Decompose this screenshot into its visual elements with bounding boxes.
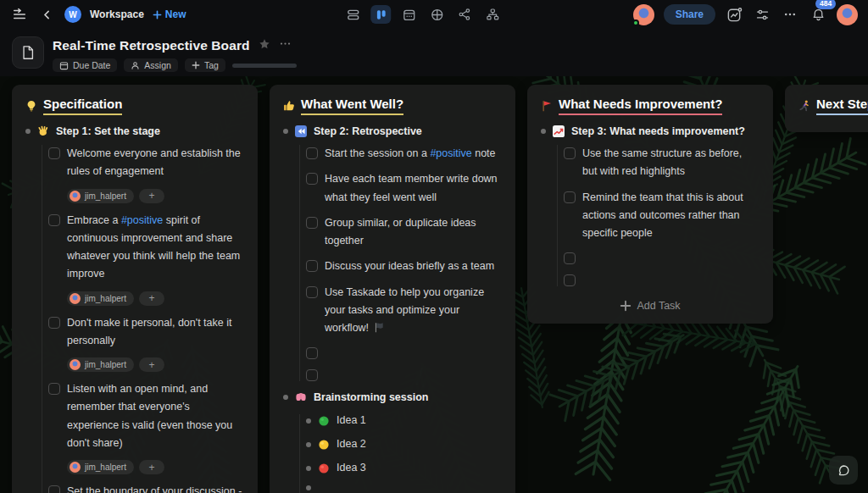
workspace-label[interactable]: Workspace [90,8,144,20]
add-assignee-button[interactable]: + [139,291,164,306]
column-title[interactable]: Specification [43,97,122,115]
task-checkbox[interactable] [306,347,318,359]
task-row: Have each team member write down what th… [306,170,502,207]
title-more-icon[interactable] [279,37,292,53]
notifications-bell-icon[interactable]: 484 [809,5,827,24]
bullet-text[interactable]: Idea 2 [337,438,366,451]
task-checkbox[interactable] [306,217,318,229]
group-header: Step 2: Retrospective [283,125,502,137]
quad-view-icon[interactable] [426,5,447,24]
red-circle-icon [318,463,330,474]
collaborator-avatar[interactable] [633,4,654,25]
task-text[interactable]: Start the session on a #positive note [325,145,496,163]
task-checkbox[interactable] [306,286,318,298]
task-text[interactable]: Listen with an open mind, and remember t… [67,380,244,452]
group-label[interactable]: Step 1: Set the stage [56,125,160,137]
task-checkbox[interactable] [306,369,318,381]
bullet-dot [283,129,288,134]
task-checkbox[interactable] [306,147,318,159]
task-row: Discuss your ideas briefly as a team [306,258,502,275]
bullet-text[interactable]: Idea 3 [337,462,366,474]
bullet-text[interactable]: Idea 1 [337,414,366,427]
activity-icon[interactable] [725,5,743,24]
navbar-right: Share 484 [633,4,858,25]
group-label[interactable]: Brainstorming session [314,391,428,403]
add-assignee-button[interactable]: + [139,189,164,203]
group-label[interactable]: Step 3: What needs improvement? [571,125,745,137]
board-view-icon[interactable] [370,5,391,24]
project-document-icon[interactable] [12,36,44,69]
bullet-item: Idea 3 [306,462,502,474]
chat-button[interactable] [829,456,858,485]
task-checkbox[interactable] [306,260,318,272]
user-avatar[interactable] [837,4,858,25]
assignee-avatar [70,462,81,473]
task-text[interactable]: Welcome everyone and establish the rules… [67,145,244,181]
more-ellipsis-icon[interactable] [781,5,799,24]
task-text[interactable]: Don't make it personal, don't take it pe… [67,314,244,351]
favorite-star-icon[interactable] [259,38,270,53]
assign-label: Assign [144,60,171,70]
runner-icon [798,100,810,112]
org-chart-icon[interactable] [482,5,503,24]
task-checkbox[interactable] [564,147,576,159]
assignee-chip[interactable]: jim_halpert [67,291,134,306]
task-text[interactable]: Group similar, or duplicate ideas togeth… [325,214,502,251]
task-row: Don't make it personal, don't take it pe… [48,314,244,351]
task-checkbox[interactable] [306,173,318,185]
assignee-chip[interactable]: jim_halpert [67,460,134,474]
list-view-icon[interactable] [342,5,363,24]
task-text[interactable]: Have each team member write down what th… [325,170,502,207]
add-assignee-button[interactable]: + [139,460,164,474]
assignee-name: jim_halpert [85,191,126,201]
group-label[interactable]: Step 2: Retrospective [314,125,422,137]
assignee-chip[interactable]: jim_halpert [67,357,134,372]
workspace-avatar[interactable]: W [64,6,81,23]
bullet-dot [306,485,311,490]
settings-sliders-icon[interactable] [753,5,771,24]
column-title[interactable]: What Needs Improvement? [559,97,722,115]
task-checkbox[interactable] [48,485,60,493]
back-chevron-icon[interactable] [37,5,56,24]
task-checkbox[interactable] [48,383,60,395]
task-row [306,345,502,359]
column-title[interactable]: What Went Well? [301,97,403,115]
bullet-dot [306,418,311,424]
task-text[interactable]: Embrace a #positive spirit of continuous… [67,212,244,284]
bullet-item: Idea 2 [306,438,502,451]
task-row [564,250,760,264]
task-text[interactable]: Set the boundary of your discussion - is… [67,483,244,493]
task-text[interactable]: Remind the team that this is about actio… [582,189,760,243]
bullet-dot [306,466,311,471]
calendar-view-icon[interactable] [398,5,419,24]
task-checkbox[interactable] [564,252,576,264]
task-checkbox[interactable] [48,317,60,329]
task-checkbox[interactable] [48,147,60,159]
share-nodes-icon[interactable] [454,5,475,24]
due-date-button[interactable]: Due Date [53,58,117,72]
new-button[interactable]: New [153,8,186,20]
task-text[interactable]: Use Taskade to help you organize your ta… [325,284,502,338]
task-text[interactable]: Discuss your ideas briefly as a team [325,258,494,275]
add-task-button[interactable]: Add Task [541,300,760,312]
sidebar-toggle-icon[interactable] [10,5,29,24]
add-assignee-button[interactable]: + [139,357,164,372]
bullet-dot [283,395,288,400]
new-button-label: New [165,8,186,20]
assignee-chip[interactable]: jim_halpert [67,189,134,203]
assign-button[interactable]: Assign [124,58,178,72]
task-checkbox[interactable] [564,274,576,286]
navbar-left: W Workspace New [10,5,186,24]
hashtag[interactable]: #positive [121,214,163,226]
board-column: SpecificationStep 1: Set the stageWelcom… [12,85,258,493]
page-title[interactable]: Real-Time Retrospective Board [53,38,250,53]
share-button[interactable]: Share [664,4,715,25]
task-checkbox[interactable] [564,191,576,203]
plus-icon [620,300,632,312]
task-text[interactable]: Use the same structure as before, but wi… [582,145,760,181]
task-checkbox[interactable] [48,214,60,226]
hashtag[interactable]: #positive [430,147,471,159]
group-header: Brainstorming session [283,391,502,403]
add-tag-button[interactable]: Tag [185,58,225,72]
column-title[interactable]: Next Steps [816,97,868,115]
